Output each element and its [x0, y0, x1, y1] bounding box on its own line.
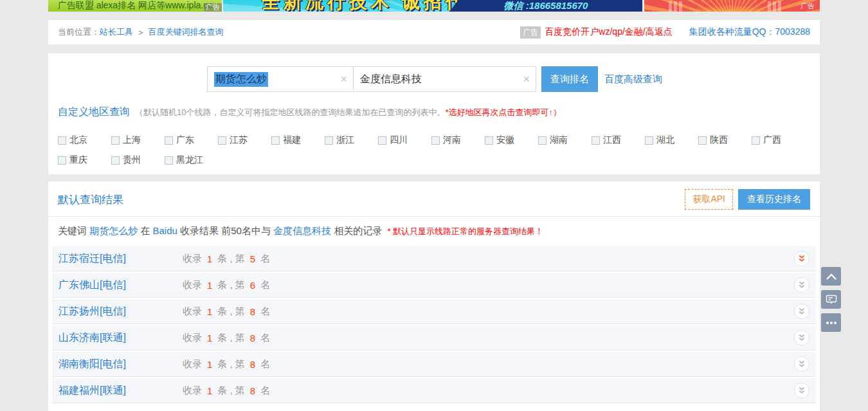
- region-checkbox-chongqing[interactable]: 重庆: [58, 154, 111, 166]
- region-label: 江西: [603, 134, 621, 146]
- checkbox-icon[interactable]: [111, 156, 120, 165]
- rank-number: 8: [250, 333, 255, 343]
- region-label: 湖南: [550, 134, 568, 146]
- region-label: 北京: [69, 134, 87, 146]
- region-hint-red: *选好地区再次点击查询即可↑）: [445, 107, 561, 118]
- search-row: 期货怎么炒 × × 查询排名 百度高级查询: [207, 66, 810, 92]
- advanced-query-link[interactable]: 百度高级查询: [604, 73, 662, 86]
- header-ad-link[interactable]: 百度竞价开户wz/qp/金融/高返点: [545, 26, 672, 38]
- query-rank-button[interactable]: 查询排名: [541, 66, 598, 92]
- expand-chevron-icon[interactable]: [794, 356, 809, 372]
- checkbox-icon[interactable]: [165, 156, 173, 165]
- region-checkbox-guangxi[interactable]: 广西: [752, 134, 805, 146]
- chevron-up-icon: [826, 273, 837, 280]
- region-label: 江苏: [230, 134, 248, 146]
- rank-number: 6: [250, 280, 255, 291]
- checkbox-icon[interactable]: [58, 156, 66, 165]
- checkbox-icon[interactable]: [111, 136, 120, 145]
- result-row: 江苏扬州[电信] 收录 1 条 , 第 8 名: [52, 299, 816, 324]
- region-checkbox-guizhou[interactable]: 贵州: [111, 154, 165, 166]
- region-checkbox-jiangxi[interactable]: 江西: [592, 134, 645, 146]
- checkbox-icon[interactable]: [752, 136, 760, 145]
- result-row: 山东济南[联通] 收录 1 条 , 第 8 名: [52, 325, 816, 351]
- result-location-link[interactable]: 福建福州[联通]: [59, 384, 183, 397]
- header-right-ads: 广告 百度竞价开户wz/qp/金融/高返点 集团收各种流量QQ：7003288: [520, 26, 810, 39]
- summary-engine: Baidu: [153, 225, 177, 236]
- result-location-link[interactable]: 江苏宿迁[电信]: [59, 252, 183, 266]
- clear-icon[interactable]: ×: [340, 73, 347, 85]
- region-checkbox-hubei[interactable]: 湖北: [645, 134, 698, 146]
- region-checkbox-guangdong[interactable]: 广东: [165, 134, 218, 146]
- checkbox-icon[interactable]: [271, 136, 280, 145]
- feedback-button[interactable]: [821, 290, 841, 309]
- back-to-top-button[interactable]: [821, 267, 841, 286]
- included-count: 1: [207, 280, 212, 291]
- rank-mid-label: 条 , 第: [217, 253, 245, 265]
- checkbox-icon[interactable]: [378, 136, 386, 145]
- ad-banner-right[interactable]: 广告: [644, 0, 820, 12]
- result-location-link[interactable]: 山东济南[联通]: [59, 331, 183, 345]
- included-label: 收录: [183, 279, 202, 291]
- checkbox-icon[interactable]: [538, 136, 547, 145]
- region-checkbox-fujian[interactable]: 福建: [271, 134, 325, 146]
- expand-chevron-icon[interactable]: [794, 383, 809, 398]
- region-checkbox-shanghai[interactable]: 上海: [111, 134, 165, 146]
- domain-input[interactable]: [360, 73, 516, 85]
- result-location-link[interactable]: 广东佛山[电信]: [59, 279, 183, 292]
- result-stats: 收录 1 条 , 第 8 名: [183, 332, 270, 344]
- comment-icon: [826, 295, 837, 305]
- region-checkbox-heilongjiang[interactable]: 黑龙江: [165, 154, 218, 166]
- expand-chevron-icon[interactable]: [794, 330, 809, 345]
- clear-icon[interactable]: ×: [523, 73, 530, 85]
- expand-chevron-icon[interactable]: [794, 304, 809, 319]
- checkbox-icon[interactable]: [592, 136, 600, 145]
- summary-kw-label: 关键词: [58, 225, 87, 236]
- region-checkbox-zhejiang[interactable]: 浙江: [325, 134, 378, 146]
- summary-tail-label: 相关的记录: [334, 225, 382, 236]
- rank-number: 8: [250, 359, 255, 370]
- checkbox-icon[interactable]: [325, 136, 333, 145]
- region-checkbox-sichuan[interactable]: 四川: [378, 134, 431, 146]
- breadcrumb-link-webmaster-tools[interactable]: 站长工具: [100, 26, 133, 38]
- checkbox-icon[interactable]: [698, 136, 707, 145]
- region-checkbox-jiangsu[interactable]: 江苏: [218, 134, 271, 146]
- view-history-button[interactable]: 查看历史排名: [738, 189, 810, 210]
- breadcrumb-link-current-page[interactable]: 百度关键词排名查询: [149, 26, 224, 38]
- region-checkbox-henan[interactable]: 河南: [431, 134, 485, 146]
- rank-mid-label: 条 , 第: [217, 358, 245, 370]
- result-location-link[interactable]: 江苏扬州[电信]: [59, 305, 183, 318]
- region-label: 广东: [176, 134, 194, 146]
- region-label: 黑龙江: [176, 154, 203, 166]
- rank-suffix-label: 名: [260, 253, 270, 265]
- rank-mid-label: 条 , 第: [217, 306, 245, 318]
- checkbox-icon[interactable]: [165, 136, 173, 145]
- result-location-link[interactable]: 湖南衡阳[电信]: [59, 358, 183, 371]
- expand-chevron-icon[interactable]: [794, 251, 809, 266]
- included-count: 1: [207, 385, 212, 396]
- region-checkbox-hunan[interactable]: 湖南: [538, 134, 592, 146]
- get-api-button[interactable]: 获取API: [685, 189, 733, 210]
- region-checkbox-beijing[interactable]: 北京: [58, 134, 111, 146]
- checkbox-icon[interactable]: [218, 136, 226, 145]
- rank-suffix-label: 名: [260, 306, 270, 318]
- checkbox-icon[interactable]: [645, 136, 653, 145]
- region-checkbox-anhui[interactable]: 安徽: [485, 134, 538, 146]
- summary-keyword: 期货怎么炒: [89, 225, 138, 236]
- region-checkbox-shaanxi[interactable]: 陕西: [698, 134, 752, 146]
- rank-number: 8: [250, 306, 255, 317]
- more-tools-button[interactable]: [821, 313, 841, 332]
- included-label: 收录: [183, 332, 202, 344]
- ad-banner-left[interactable]: 广告联盟 alexa排名 网店等www.ipla.cc 广告: [48, 0, 222, 12]
- results-panel: 默认查询结果 获取API 查看历史排名 关键词 期货怎么炒 在 Baidu 收录…: [48, 181, 820, 411]
- breadcrumb-separator: >: [138, 28, 143, 37]
- breadcrumb-bar: 当前位置： 站长工具 > 百度关键词排名查询 广告 百度竞价开户wz/qp/金融…: [48, 20, 820, 44]
- checkbox-icon[interactable]: [58, 136, 66, 145]
- results-summary: 关键词 期货怎么炒 在 Baidu 收录结果 前50名中与 金度信息科技 相关的…: [48, 217, 820, 245]
- ad-banner-center[interactable]: 全新流行技术 诚招代理 微信 :18665815670: [223, 0, 642, 12]
- checkbox-icon[interactable]: [431, 136, 440, 145]
- keyword-input[interactable]: 期货怎么炒 ×: [207, 66, 354, 92]
- checkbox-icon[interactable]: [485, 136, 493, 145]
- header-qq-link[interactable]: 集团收各种流量QQ：7003288: [689, 26, 810, 38]
- decor-bars: [768, 1, 781, 12]
- expand-chevron-icon[interactable]: [794, 277, 809, 293]
